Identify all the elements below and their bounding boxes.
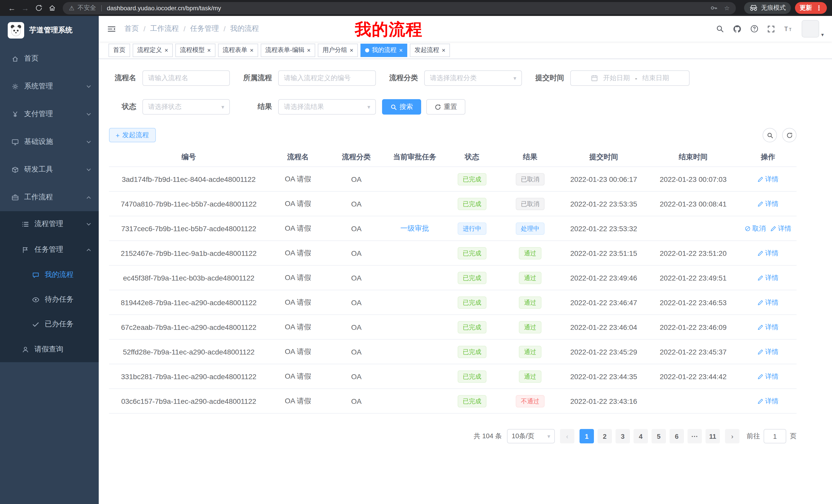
page-button-2[interactable]: 2 (598, 429, 612, 443)
tab-3[interactable]: 流程模型 × (175, 44, 215, 57)
row-current-task-link[interactable]: 一级审批 (400, 224, 429, 233)
detail-link[interactable]: 详情 (757, 248, 779, 258)
refresh-button[interactable] (782, 128, 797, 142)
more-pages-button[interactable]: ··· (687, 429, 702, 443)
edit-icon (757, 299, 763, 305)
detail-link[interactable]: 详情 (770, 224, 791, 233)
detail-link[interactable]: 详情 (757, 347, 779, 356)
detail-link[interactable]: 详情 (757, 372, 779, 381)
submit-time-label: 提交时间 (528, 74, 570, 83)
page-button-5[interactable]: 5 (651, 429, 666, 443)
parent-process-input[interactable]: 请输入流程定义的编号 (278, 71, 376, 86)
forward-arrow-icon[interactable]: → (19, 1, 32, 15)
page-button-3[interactable]: 3 (616, 429, 630, 443)
sidebar-item-2[interactable]: 系统管理 (0, 73, 99, 100)
reset-button[interactable]: 重置 (426, 99, 465, 115)
tab-5[interactable]: 流程表单-编辑 × (261, 44, 315, 57)
date-range-picker[interactable]: 开始日期 - 结束日期 (570, 71, 690, 86)
sidebar-item-11[interactable]: 已办任务 (0, 312, 99, 337)
github-icon[interactable] (733, 24, 742, 33)
search-button[interactable]: 搜索 (382, 99, 421, 115)
breadcrumb-item-3[interactable]: 任务管理 (190, 24, 219, 33)
table-row: 67c2eaab-7b9a-11ec-a290-acde48001122 OA … (109, 315, 797, 340)
prev-page-button[interactable]: ‹ (560, 429, 574, 443)
user-avatar[interactable]: ▾ (802, 20, 824, 37)
breadcrumb-item-1[interactable]: 首页 (125, 24, 139, 33)
tab-8[interactable]: 发起流程 × (410, 44, 450, 57)
detail-link[interactable]: 详情 (757, 174, 779, 184)
tab-6[interactable]: 用户分组 × (318, 44, 358, 57)
next-page-button[interactable]: › (725, 429, 739, 443)
table-row: 819442e8-7b9a-11ec-a290-acde48001122 OA … (109, 290, 797, 315)
sidebar-item-3[interactable]: 支付管理 (0, 100, 99, 128)
update-button[interactable]: 更新 ⋮ (795, 2, 827, 14)
more-menu-icon[interactable]: ⋮ (815, 4, 822, 12)
detail-link[interactable]: 详情 (757, 396, 779, 405)
sidebar-item-7[interactable]: 流程管理 (0, 211, 99, 237)
close-icon[interactable]: × (442, 47, 445, 53)
fullscreen-icon[interactable] (767, 25, 775, 33)
search-icon[interactable] (716, 25, 724, 33)
detail-link[interactable]: 详情 (757, 199, 779, 208)
close-icon[interactable]: × (207, 47, 211, 53)
hamburger-icon[interactable] (107, 25, 116, 33)
home-icon[interactable] (45, 1, 59, 15)
page-button-6[interactable]: 6 (670, 429, 684, 443)
reload-icon[interactable] (32, 1, 45, 15)
tab-4[interactable]: 流程表单 × (218, 44, 258, 57)
close-icon[interactable]: × (250, 47, 254, 53)
sidebar-item-1[interactable]: 首页 (0, 45, 99, 73)
close-icon[interactable]: × (307, 47, 311, 53)
breadcrumb-item-2[interactable]: 工作流程 (150, 24, 179, 33)
status-badge: 已完成 (458, 198, 487, 210)
cancel-link[interactable]: 取消 (745, 224, 766, 233)
page-button-1[interactable]: 1 (579, 429, 594, 443)
status-select[interactable]: 请选择状态 ▾ (142, 99, 230, 115)
page-size-select[interactable]: 10条/页 ▾ (507, 429, 555, 443)
table-row: 3ad174fb-7b9d-11ec-8404-acde48001122 OA … (109, 167, 797, 192)
column-header-3: 流程分类 (328, 152, 385, 162)
tab-2[interactable]: 流程定义 × (133, 44, 173, 57)
pager: 123456···11 (579, 429, 720, 443)
page-url: dashboard.yudao.iocoder.cn/bpm/task/my (107, 4, 221, 11)
tab-label: 流程定义 (137, 46, 162, 54)
key-icon[interactable] (710, 4, 718, 12)
detail-link[interactable]: 详情 (757, 298, 779, 307)
help-icon[interactable] (750, 25, 758, 33)
sidebar-item-12[interactable]: 请假查询 (0, 337, 99, 362)
page-title-annotation: 我的流程 (355, 19, 423, 41)
goto-page-input[interactable]: 1 (763, 429, 786, 443)
sidebar-item-6[interactable]: 工作流程 (0, 184, 99, 211)
font-size-icon[interactable]: TT (784, 25, 793, 33)
sidebar-item-8[interactable]: 任务管理 (0, 237, 99, 262)
table-row: 331bc281-7b9a-11ec-a290-acde48001122 OA … (109, 364, 797, 389)
tab-7[interactable]: 我的流程 × (361, 44, 407, 57)
close-icon[interactable]: × (164, 47, 168, 53)
close-icon[interactable]: × (350, 47, 353, 53)
address-bar[interactable]: ⚠ 不安全 dashboard.yudao.iocoder.cn/bpm/tas… (63, 2, 736, 14)
sidebar-item-5[interactable]: 研发工具 (0, 156, 99, 184)
tab-label: 发起流程 (414, 46, 439, 54)
status-badge: 已完成 (458, 272, 487, 284)
search-toggle-button[interactable] (762, 128, 777, 142)
page-button-11[interactable]: 11 (705, 429, 720, 443)
sidebar-item-4[interactable]: 基础设施 (0, 128, 99, 156)
back-arrow-icon[interactable]: ← (5, 1, 19, 15)
row-category: OA (351, 347, 362, 356)
page-button-4[interactable]: 4 (633, 429, 648, 443)
process-name-input[interactable]: 请输入流程名 (142, 71, 230, 86)
detail-link[interactable]: 详情 (757, 323, 779, 332)
app-logo-row[interactable]: 芋道管理系统 (0, 16, 99, 45)
row-category: OA (351, 200, 362, 208)
edit-icon (757, 348, 763, 355)
sidebar-item-9[interactable]: 我的流程 (0, 262, 99, 287)
result-select[interactable]: 请选择流结果 ▾ (278, 99, 376, 115)
sidebar-item-10[interactable]: 待办任务 (0, 287, 99, 312)
breadcrumb-separator: / (144, 25, 146, 33)
detail-link[interactable]: 详情 (757, 273, 779, 282)
category-select[interactable]: 请选择流程分类 ▾ (424, 71, 522, 86)
start-process-button[interactable]: + 发起流程 (109, 128, 156, 142)
tab-1[interactable]: 首页 (108, 44, 130, 57)
bookmark-star-icon[interactable]: ☆ (724, 4, 730, 11)
close-icon[interactable]: × (399, 47, 402, 53)
